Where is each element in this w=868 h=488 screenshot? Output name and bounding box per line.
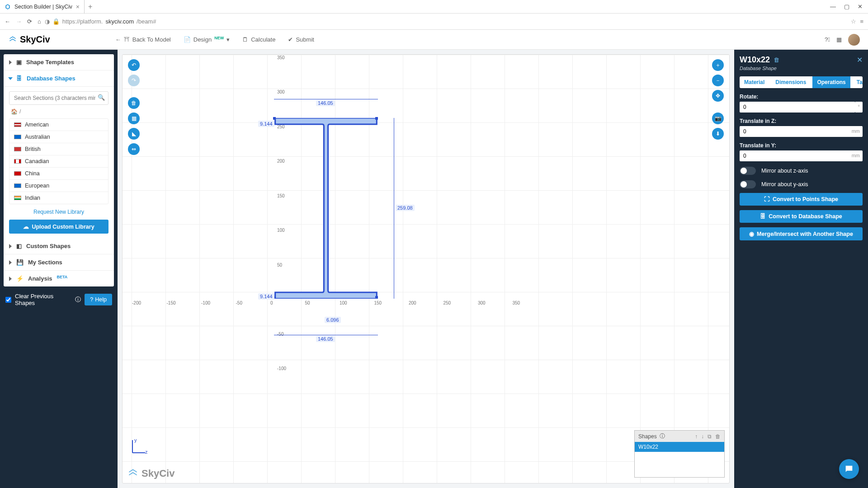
window-close-icon[interactable]: ✕ xyxy=(858,3,863,10)
nav-back-icon[interactable]: ← xyxy=(5,18,10,25)
help-icon[interactable]: ?⃝ xyxy=(825,36,830,43)
browser-titlebar: Section Builder | SkyCiv × + — ▢ ✕ xyxy=(0,0,868,14)
user-avatar[interactable] xyxy=(848,34,860,46)
window-minimize-icon[interactable]: — xyxy=(830,3,836,10)
check-icon: ✔ xyxy=(288,36,293,43)
address-bar[interactable]: ◑ 🔒 https://platform.skyciv.com/beam# xyxy=(45,18,848,25)
bookmark-icon[interactable]: ☆ xyxy=(851,18,856,25)
browser-urlbar: ← → ⟳ ⌂ ◑ 🔒 https://platform.skyciv.com/… xyxy=(0,14,868,30)
browser-tab[interactable]: Section Builder | SkyCiv × xyxy=(0,0,85,14)
url-rest: /beam# xyxy=(137,18,156,25)
tab-title: Section Builder | SkyCiv xyxy=(14,4,72,10)
tab-favicon-icon xyxy=(5,4,11,10)
nav-reload-icon[interactable]: ⟳ xyxy=(27,18,32,25)
menu-calculate[interactable]: 🗒 Calculate xyxy=(242,36,275,43)
document-icon: 📄 xyxy=(184,36,191,43)
url-host: skyciv.com xyxy=(105,18,134,25)
tab-close-icon[interactable]: × xyxy=(76,3,80,10)
brand-logo[interactable]: SkyCiv xyxy=(8,34,50,45)
new-badge: NEW xyxy=(214,36,224,40)
shield-icon: ◑ xyxy=(45,18,50,25)
url-prefix: https://platform. xyxy=(62,18,103,25)
brand-text: SkyCiv xyxy=(20,34,50,45)
menu-icon[interactable]: ≡ xyxy=(860,18,863,25)
nav-forward-icon[interactable]: → xyxy=(16,18,22,25)
new-tab-button[interactable]: + xyxy=(85,3,96,11)
window-maximize-icon[interactable]: ▢ xyxy=(844,3,849,10)
menu-submit[interactable]: ✔ Submit xyxy=(288,36,314,43)
bridge-icon: ⛩ xyxy=(124,36,130,43)
apps-grid-icon[interactable]: ▦ xyxy=(836,36,842,43)
brand-logo-icon xyxy=(8,35,17,44)
calculator-icon: 🗒 xyxy=(242,36,248,43)
lock-icon: 🔒 xyxy=(52,18,60,25)
menu-design[interactable]: 📄 Design NEW ▾ xyxy=(184,36,230,43)
menu-back-to-model[interactable]: ←⛩ Back To Model xyxy=(115,36,171,43)
chevron-down-icon: ▾ xyxy=(226,36,230,43)
nav-home-icon[interactable]: ⌂ xyxy=(38,18,41,25)
app-topbar: SkyCiv ←⛩ Back To Model 📄 Design NEW ▾ 🗒… xyxy=(0,30,868,50)
